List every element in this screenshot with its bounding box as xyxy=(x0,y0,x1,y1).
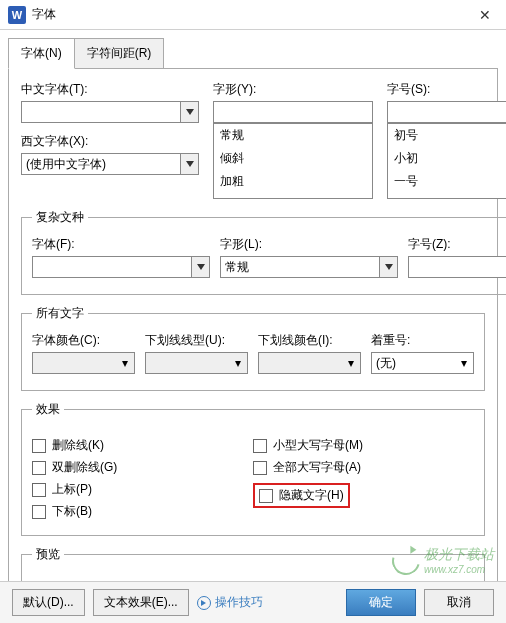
all-text-legend: 所有文字 xyxy=(32,305,88,322)
hidden-text-checkbox-label: 隐藏文字(H) xyxy=(279,487,344,504)
preview-legend: 预览 xyxy=(32,546,64,563)
emphasis-label: 着重号: xyxy=(371,332,474,349)
font-size-label: 字号(S): xyxy=(387,81,506,98)
window-title: 字体 xyxy=(32,6,56,23)
ok-button[interactable]: 确定 xyxy=(346,589,416,616)
complex-size-label: 字号(Z): xyxy=(408,236,506,253)
font-color-combo[interactable]: ▾ xyxy=(32,352,135,374)
chevron-down-icon[interactable]: ▾ xyxy=(455,353,473,373)
chinese-font-label: 中文字体(T): xyxy=(21,81,199,98)
checkbox-icon[interactable] xyxy=(32,461,46,475)
all-caps-checkbox[interactable]: 全部大写字母(A) xyxy=(253,459,474,476)
list-item[interactable]: 常规 xyxy=(214,124,372,147)
superscript-checkbox[interactable]: 上标(P) xyxy=(32,481,253,498)
chinese-font-input[interactable] xyxy=(22,102,180,122)
list-item[interactable]: 小初 xyxy=(388,147,506,170)
font-style-listbox[interactable]: 常规 倾斜 加粗 xyxy=(213,123,373,199)
effects-group: 效果 删除线(K) 双删除线(G) 上标(P) 下标(B) xyxy=(21,401,485,536)
complex-font-combo[interactable] xyxy=(32,256,210,278)
small-caps-checkbox[interactable]: 小型大写字母(M) xyxy=(253,437,474,454)
hidden-text-highlight: 隐藏文字(H) xyxy=(253,483,350,508)
font-style-input[interactable] xyxy=(214,102,372,122)
complex-style-label: 字形(L): xyxy=(220,236,398,253)
dialog-footer: 默认(D)... 文本效果(E)... 操作技巧 确定 取消 xyxy=(0,581,506,623)
cancel-button[interactable]: 取消 xyxy=(424,589,494,616)
western-font-combo[interactable] xyxy=(21,153,199,175)
checkbox-icon[interactable] xyxy=(32,505,46,519)
underline-type-combo[interactable]: ▾ xyxy=(145,352,248,374)
chevron-down-icon[interactable]: ▾ xyxy=(229,353,247,373)
default-button[interactable]: 默认(D)... xyxy=(12,589,85,616)
checkbox-icon[interactable] xyxy=(32,439,46,453)
app-icon: W xyxy=(8,6,26,24)
font-size-input[interactable] xyxy=(388,102,506,122)
underline-color-label: 下划线颜色(I): xyxy=(258,332,361,349)
chevron-down-icon[interactable] xyxy=(180,154,198,174)
complex-style-input[interactable] xyxy=(221,257,379,277)
double-strikethrough-checkbox[interactable]: 双删除线(G) xyxy=(32,459,253,476)
tab-char-spacing[interactable]: 字符间距(R) xyxy=(74,38,165,69)
text-effect-button[interactable]: 文本效果(E)... xyxy=(93,589,189,616)
title-bar: W 字体 ✕ xyxy=(0,0,506,30)
complex-size-combo[interactable] xyxy=(408,256,506,278)
complex-style-combo[interactable] xyxy=(220,256,398,278)
checkbox-icon[interactable] xyxy=(253,461,267,475)
tips-link[interactable]: 操作技巧 xyxy=(197,594,263,611)
font-color-label: 字体颜色(C): xyxy=(32,332,135,349)
complex-legend: 复杂文种 xyxy=(32,209,88,226)
complex-font-label: 字体(F): xyxy=(32,236,210,253)
tab-panel-font: 中文字体(T): 西文字体(X): 字形(Y): 常规 xyxy=(8,68,498,623)
underline-color-combo[interactable]: ▾ xyxy=(258,352,361,374)
underline-type-label: 下划线线型(U): xyxy=(145,332,248,349)
chevron-down-icon[interactable]: ▾ xyxy=(116,353,134,373)
tab-strip: 字体(N) 字符间距(R) xyxy=(8,38,498,69)
checkbox-icon[interactable] xyxy=(253,439,267,453)
complex-scripts-group: 复杂文种 字体(F): 字形(L): 字号(Z): xyxy=(21,209,506,295)
effects-legend: 效果 xyxy=(32,401,64,418)
list-item[interactable]: 倾斜 xyxy=(214,147,372,170)
chevron-down-icon[interactable] xyxy=(379,257,397,277)
chinese-font-combo[interactable] xyxy=(21,101,199,123)
play-icon xyxy=(197,596,211,610)
close-button[interactable]: ✕ xyxy=(472,2,498,28)
list-item[interactable]: 加粗 xyxy=(214,170,372,193)
font-size-combo[interactable] xyxy=(387,101,506,123)
list-item[interactable]: 初号 xyxy=(388,124,506,147)
font-size-listbox[interactable]: 初号 小初 一号 xyxy=(387,123,506,199)
checkbox-icon[interactable] xyxy=(32,483,46,497)
all-text-group: 所有文字 字体颜色(C): ▾ 下划线线型(U): ▾ 下划线颜色(I): xyxy=(21,305,485,391)
list-item[interactable]: 一号 xyxy=(388,170,506,193)
font-style-label: 字形(Y): xyxy=(213,81,373,98)
western-font-label: 西文字体(X): xyxy=(21,133,199,150)
western-font-input[interactable] xyxy=(22,154,180,174)
font-style-combo[interactable] xyxy=(213,101,373,123)
subscript-checkbox[interactable]: 下标(B) xyxy=(32,503,253,520)
complex-font-input[interactable] xyxy=(33,257,191,277)
chevron-down-icon[interactable] xyxy=(180,102,198,122)
chevron-down-icon[interactable]: ▾ xyxy=(342,353,360,373)
chevron-down-icon[interactable] xyxy=(191,257,209,277)
emphasis-combo[interactable]: (无) ▾ xyxy=(371,352,474,374)
complex-size-input[interactable] xyxy=(409,257,506,277)
tab-font[interactable]: 字体(N) xyxy=(8,38,75,69)
checkbox-icon[interactable] xyxy=(259,489,273,503)
strikethrough-checkbox[interactable]: 删除线(K) xyxy=(32,437,253,454)
